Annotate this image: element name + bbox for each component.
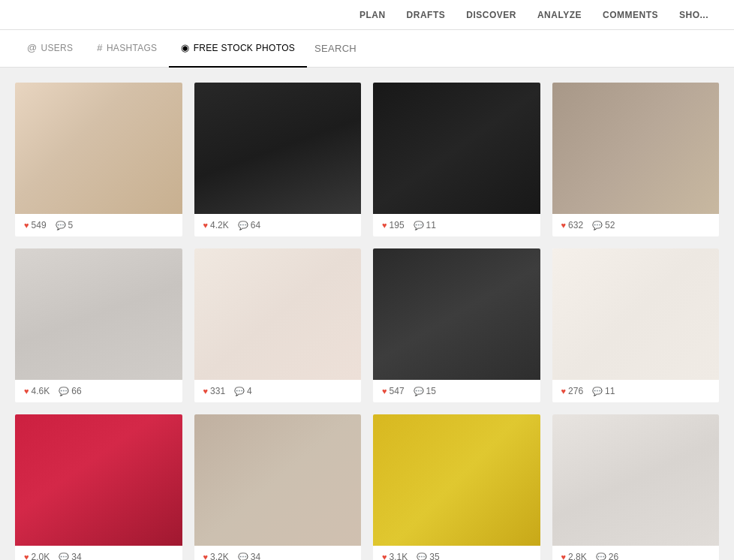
photo-likes: ♥ 4.6K: [24, 386, 50, 396]
photo-card[interactable]: ♥ 195 💬 11: [373, 83, 540, 236]
photo-stats: ♥ 547 💬 15: [373, 380, 540, 402]
subnav-hashtags[interactable]: # HASHTAGS: [85, 30, 169, 68]
photo-stats: ♥ 2.0K 💬 34: [15, 546, 182, 560]
photo-grid: ♥ 549 💬 5 ♥ 4.2K 💬 64 ♥ 195 💬 11 ♥ 632: [0, 68, 734, 560]
heart-icon: ♥: [203, 552, 209, 560]
comment-icon: 💬: [59, 387, 69, 396]
photo-card[interactable]: ♥ 4.6K 💬 66: [15, 248, 182, 402]
photo-likes: ♥ 3.2K: [203, 552, 229, 560]
photo-stats: ♥ 195 💬 11: [373, 214, 540, 236]
photo-card[interactable]: ♥ 331 💬 4: [194, 248, 362, 402]
photo-likes: ♥ 2.0K: [24, 552, 50, 560]
nav-discover[interactable]: DISCOVER: [456, 0, 527, 30]
photo-likes: ♥ 276: [561, 386, 584, 396]
comment-icon: 💬: [238, 552, 248, 561]
photo-comments: 💬 4: [234, 386, 252, 396]
photo-stats: ♥ 331 💬 4: [194, 380, 362, 402]
hash-icon: #: [97, 42, 103, 53]
top-nav: PLAN DRAFTS DISCOVER ANALYZE COMMENTS SH…: [0, 0, 734, 30]
photo-comments: 💬 11: [414, 220, 436, 230]
heart-icon: ♥: [203, 221, 209, 230]
heart-icon: ♥: [561, 387, 567, 396]
photo-stats: ♥ 3.2K 💬 34: [194, 546, 362, 560]
sub-nav: @ USERS # HASHTAGS ◉ FREE STOCK PHOTOS: [0, 30, 734, 68]
comment-icon: 💬: [56, 221, 66, 230]
heart-icon: ♥: [24, 387, 29, 396]
photo-likes: ♥ 195: [382, 220, 405, 230]
heart-icon: ♥: [382, 387, 387, 396]
photo-likes: ♥ 331: [203, 386, 226, 396]
comment-icon: 💬: [234, 387, 245, 396]
photo-stats: ♥ 276 💬 11: [552, 380, 720, 402]
photo-comments: 💬 5: [56, 220, 74, 230]
photo-comments: 💬 34: [238, 552, 260, 560]
comment-icon: 💬: [414, 387, 424, 396]
heart-icon: ♥: [203, 387, 209, 396]
photo-card[interactable]: ♥ 3.2K 💬 34: [194, 414, 362, 560]
photo-comments: 💬 66: [59, 386, 81, 396]
nav-plan[interactable]: PLAN: [349, 0, 396, 30]
nav-comments[interactable]: COMMENTS: [592, 0, 669, 30]
comment-icon: 💬: [414, 221, 424, 230]
photo-likes: ♥ 3.1K: [382, 552, 408, 560]
photo-stats: ♥ 3.1K 💬 35: [373, 546, 540, 560]
photo-stats: ♥ 549 💬 5: [15, 214, 182, 236]
photo-card[interactable]: ♥ 549 💬 5: [15, 83, 182, 236]
photo-comments: 💬 64: [238, 220, 260, 230]
search-input[interactable]: [314, 43, 435, 54]
nav-shop[interactable]: SHO...: [669, 0, 719, 30]
heart-icon: ♥: [561, 221, 567, 230]
photo-card[interactable]: ♥ 4.2K 💬 64: [194, 83, 362, 236]
heart-icon: ♥: [382, 552, 387, 560]
comment-icon: 💬: [238, 221, 248, 230]
photo-card[interactable]: ♥ 547 💬 15: [373, 248, 540, 402]
photo-stats: ♥ 632 💬 52: [552, 214, 720, 236]
photo-card[interactable]: ♥ 276 💬 11: [552, 248, 720, 402]
photo-comments: 💬 34: [59, 552, 81, 560]
photo-stats: ♥ 2.8K 💬 26: [552, 546, 720, 560]
photo-card[interactable]: ♥ 632 💬 52: [552, 83, 720, 236]
photo-likes: ♥ 547: [382, 386, 405, 396]
at-icon: @: [27, 42, 38, 53]
nav-drafts[interactable]: DRAFTS: [396, 0, 456, 30]
comment-icon: 💬: [596, 552, 606, 561]
camera-icon: ◉: [181, 42, 189, 53]
photo-likes: ♥ 4.2K: [203, 220, 229, 230]
heart-icon: ♥: [382, 221, 387, 230]
photo-comments: 💬 52: [592, 220, 615, 230]
subnav-users[interactable]: @ USERS: [15, 30, 85, 68]
photo-likes: ♥ 2.8K: [561, 552, 587, 560]
subnav-free-stock-photos[interactable]: ◉ FREE STOCK PHOTOS: [169, 30, 307, 68]
heart-icon: ♥: [24, 552, 29, 560]
photo-comments: 💬 35: [417, 552, 439, 560]
comment-icon: 💬: [592, 387, 603, 396]
photo-comments: 💬 26: [596, 552, 618, 560]
photo-likes: ♥ 632: [561, 220, 584, 230]
photo-card[interactable]: ♥ 2.0K 💬 34: [15, 414, 182, 560]
nav-analyze[interactable]: ANALYZE: [527, 0, 592, 30]
photo-card[interactable]: ♥ 3.1K 💬 35: [373, 414, 540, 560]
photo-likes: ♥ 549: [24, 220, 47, 230]
comment-icon: 💬: [592, 221, 603, 230]
heart-icon: ♥: [24, 221, 29, 230]
comment-icon: 💬: [417, 552, 427, 561]
heart-icon: ♥: [561, 552, 567, 560]
photo-comments: 💬 15: [414, 386, 436, 396]
photo-comments: 💬 11: [592, 386, 615, 396]
photo-card[interactable]: ♥ 2.8K 💬 26: [552, 414, 720, 560]
photo-stats: ♥ 4.6K 💬 66: [15, 380, 182, 402]
comment-icon: 💬: [59, 552, 69, 561]
photo-stats: ♥ 4.2K 💬 64: [194, 214, 362, 236]
